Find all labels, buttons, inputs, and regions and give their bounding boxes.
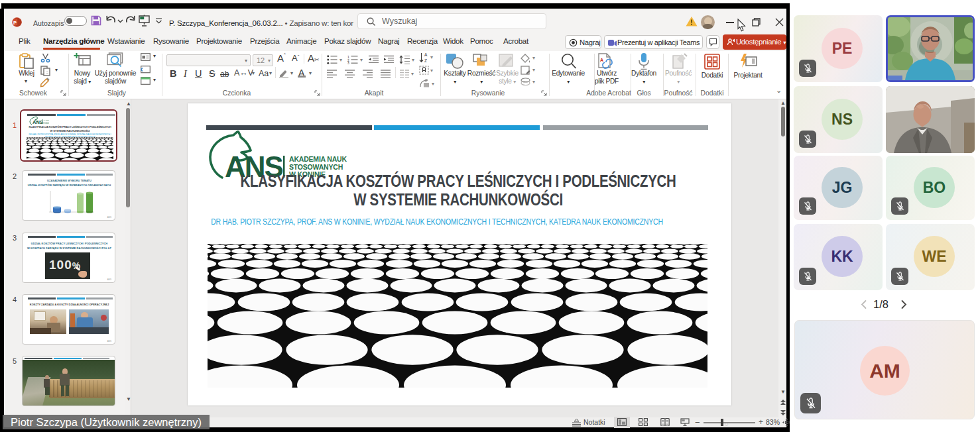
svg-text:STOSOWANYCH: STOSOWANYCH xyxy=(289,163,343,171)
svg-text:A: A xyxy=(424,52,428,57)
svg-text:3: 3 xyxy=(347,61,349,64)
svg-text:AKADEMIA NAUK: AKADEMIA NAUK xyxy=(43,119,49,121)
svg-text:Z: Z xyxy=(424,58,427,63)
svg-text:STOSOWANYCH: STOSOWANYCH xyxy=(43,121,49,123)
svg-text:ANS: ANS xyxy=(32,119,43,125)
svg-text:A: A xyxy=(600,58,603,62)
svg-text:AKADEMIA NAUK: AKADEMIA NAUK xyxy=(289,155,347,163)
svg-text:P: P xyxy=(13,20,17,26)
svg-text:W KONINIE: W KONINIE xyxy=(43,123,49,124)
